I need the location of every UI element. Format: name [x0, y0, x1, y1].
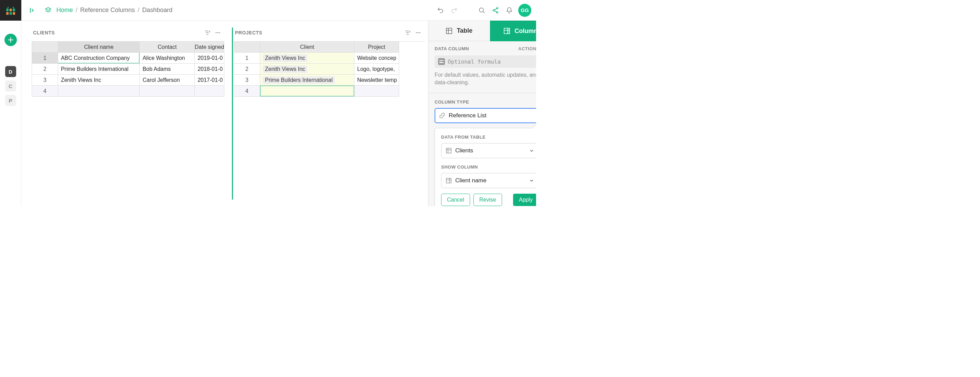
tab-column[interactable]: Column	[490, 21, 536, 41]
svg-point-14	[417, 32, 418, 33]
tables-area: CLIENTS Client name Contact Date signed	[21, 21, 428, 207]
cell[interactable]: Logo, logotype,	[355, 64, 399, 75]
layers-icon[interactable]	[41, 3, 55, 17]
cell[interactable]: Newsletter temp	[355, 75, 399, 86]
breadcrumb-seg-2[interactable]: Dashboard	[142, 6, 172, 14]
revise-button[interactable]: Revise	[474, 194, 502, 206]
sidebar: D C P	[0, 0, 21, 207]
svg-rect-4	[9, 12, 12, 15]
panel-collapse-left-icon[interactable]	[533, 3, 536, 17]
filter-icon[interactable]	[402, 27, 413, 38]
formula-icon	[438, 58, 445, 65]
cell-active[interactable]	[260, 86, 355, 97]
breadcrumb-sep: /	[138, 6, 139, 14]
column-header[interactable]: Date signed	[195, 41, 224, 52]
search-icon[interactable]	[475, 3, 488, 17]
add-button[interactable]	[5, 34, 17, 46]
actions-dropdown[interactable]: ACTIONS	[518, 46, 536, 51]
row-number[interactable]: 4	[32, 86, 58, 97]
cell[interactable]: Prime Builders International	[260, 75, 355, 86]
avatar[interactable]: GG	[518, 4, 531, 17]
chevron-down-icon	[536, 113, 536, 118]
more-icon[interactable]	[213, 27, 223, 38]
sidebar-item-d[interactable]: D	[5, 66, 16, 77]
select-value: Clients	[455, 147, 526, 154]
bell-icon[interactable]	[503, 3, 516, 17]
cell[interactable]	[140, 86, 195, 97]
svg-point-11	[217, 32, 218, 33]
cell[interactable]: Bob Adams	[140, 64, 195, 75]
row-number[interactable]: 3	[32, 75, 58, 86]
show-column-select[interactable]: Client name	[441, 173, 536, 188]
row-number[interactable]: 2	[234, 64, 260, 75]
column-type-select[interactable]: Reference List	[434, 108, 536, 123]
cell[interactable]: Zenith Views Inc	[58, 75, 140, 86]
data-from-table-select[interactable]: Clients	[441, 143, 536, 158]
section-label: SHOW COLUMN	[441, 164, 536, 170]
panel-title: PROJECTS	[235, 30, 262, 35]
right-panel: Table Column DATA COLUMN ACTIONS	[428, 21, 536, 207]
cell[interactable]: Website concep	[355, 52, 399, 64]
sidebar-item-c[interactable]: C	[5, 81, 16, 92]
column-icon	[445, 178, 452, 184]
svg-point-9	[496, 11, 498, 13]
cell[interactable]: Prime Builders International	[58, 64, 140, 75]
row-number[interactable]: 3	[234, 75, 260, 86]
help-text: For default values, automatic updates, a…	[434, 71, 536, 87]
column-header[interactable]: Client	[260, 41, 355, 52]
cell[interactable]: 2018-01-0	[195, 64, 224, 75]
panel-expand-right-icon[interactable]	[25, 3, 39, 17]
column-header[interactable]: Contact	[140, 41, 195, 52]
svg-rect-3	[6, 12, 9, 15]
table-grid-icon	[445, 27, 452, 34]
cancel-button[interactable]: Cancel	[441, 194, 470, 206]
svg-point-12	[219, 32, 220, 33]
select-value: Client name	[455, 177, 526, 184]
cell[interactable]	[355, 86, 399, 97]
section-label: DATA COLUMN	[434, 46, 469, 51]
reference-chip[interactable]: Zenith Views Inc	[263, 54, 307, 62]
breadcrumb-seg-1[interactable]: Reference Columns	[80, 6, 135, 14]
svg-point-7	[493, 9, 495, 11]
row-number[interactable]: 1	[32, 52, 58, 64]
table-panel-clients: CLIENTS Client name Contact Date signed	[32, 27, 224, 199]
undo-icon[interactable]	[434, 3, 447, 17]
share-icon[interactable]	[488, 3, 503, 17]
row-number[interactable]: 1	[234, 52, 260, 64]
row-header-corner[interactable]	[234, 41, 260, 52]
column-header[interactable]: Client name	[58, 41, 140, 52]
row-number[interactable]: 4	[234, 86, 260, 97]
sidebar-item-p[interactable]: P	[5, 95, 16, 106]
cell[interactable]: ABC Construction Company	[58, 52, 140, 64]
cell[interactable]: Zenith Views Inc	[260, 64, 355, 75]
reference-chip[interactable]: Prime Builders International	[263, 76, 335, 84]
cell[interactable]: Zenith Views Inc	[260, 52, 355, 64]
cell[interactable]: 2017-01-0	[195, 75, 224, 86]
cell[interactable]: Alice Washington	[140, 52, 195, 64]
breadcrumb-home[interactable]: Home	[56, 6, 73, 14]
table-icon	[445, 148, 452, 154]
cell[interactable]: Carol Jefferson	[140, 75, 195, 86]
formula-placeholder: Optional formula	[448, 59, 501, 65]
formula-input[interactable]: Optional formula	[434, 56, 536, 68]
cell[interactable]	[58, 86, 140, 97]
logo-icon	[5, 5, 16, 16]
svg-rect-2	[13, 9, 15, 11]
filter-icon[interactable]	[202, 27, 213, 38]
row-number[interactable]: 2	[32, 64, 58, 75]
redo-icon	[447, 3, 461, 17]
reference-chip[interactable]: Zenith Views Inc	[263, 65, 307, 73]
column-header[interactable]: Project	[355, 41, 399, 52]
cell[interactable]: 2019-01-0	[195, 52, 224, 64]
more-icon[interactable]	[413, 27, 423, 38]
tab-table[interactable]: Table	[428, 21, 490, 41]
column-grid-icon	[503, 27, 510, 34]
cell[interactable]	[195, 86, 224, 97]
chevron-down-icon	[529, 178, 534, 183]
svg-rect-20	[446, 178, 451, 183]
chevron-down-icon	[529, 148, 534, 153]
projects-grid[interactable]: Client Project 1 Zenith Views Inc Websit…	[234, 41, 425, 97]
apply-button[interactable]: Apply	[513, 194, 536, 206]
clients-grid[interactable]: Client name Contact Date signed 1 ABC Co…	[32, 41, 224, 97]
row-header-corner[interactable]	[32, 41, 58, 52]
